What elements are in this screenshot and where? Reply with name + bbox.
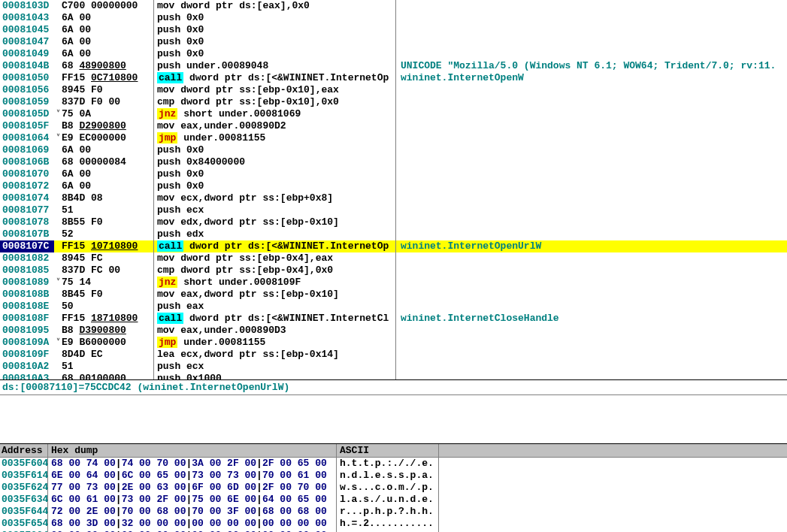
comment: wininet.InternetCloseHandle xyxy=(395,313,787,325)
comment xyxy=(395,264,787,277)
dump-row[interactable]: 0035F6146E 00 64 00|6C 00 65 00|73 00 73… xyxy=(0,470,787,482)
disasm-row[interactable]: 0008105FB8 D2900800mov eax,under.000890D… xyxy=(0,120,787,132)
dump-ascii: l.a.s./.u.n.d.e. xyxy=(337,494,439,506)
disasm-row[interactable]: 000810A368 00100000push 0x1000 xyxy=(0,373,787,380)
disasm-row[interactable]: 000810A251push ecx xyxy=(0,361,787,373)
comment xyxy=(395,144,787,156)
hex-bytes: 8B4D 08 xyxy=(62,192,153,204)
disasm-row[interactable]: 000810788B55 F0mov edx,dword ptr ss:[ebp… xyxy=(0,216,787,228)
hex-bytes: 6A 00 xyxy=(62,24,153,36)
disasm-row[interactable]: 0008108FFF15 18710800call dword ptr ds:[… xyxy=(0,313,787,325)
arrow-indicator xyxy=(54,228,62,240)
dump-header-row: Address Hex dump ASCII xyxy=(0,444,787,458)
address: 00081078 xyxy=(0,216,54,228)
address: 0008104B xyxy=(0,60,54,72)
dump-address: 0035F644 xyxy=(0,506,48,518)
arrow-indicator xyxy=(54,325,62,337)
disasm-row[interactable]: 00081050FF15 0C710800call dword ptr ds:[… xyxy=(0,72,787,84)
disasm-row[interactable]: 0008108B8B45 F0mov eax,dword ptr ss:[ebp… xyxy=(0,289,787,301)
disasm-row[interactable]: 0008104B68 48900800push under.00089048UN… xyxy=(0,60,787,72)
hex-bytes: 75 0A xyxy=(62,108,153,120)
dump-address: 0035F624 xyxy=(0,482,48,494)
disasm-row[interactable]: 00081059837D F0 00cmp dword ptr ss:[ebp-… xyxy=(0,96,787,108)
disasm-row[interactable]: 00081089˅75 14jnz short under.0008109F xyxy=(0,277,787,289)
instruction: call dword ptr ds:[<&WININET.InternetOp xyxy=(153,240,395,252)
arrow-indicator xyxy=(54,120,62,132)
instruction: mov eax,under.000890D2 xyxy=(153,120,395,132)
disasm-row[interactable]: 000810726A 00push 0x0 xyxy=(0,180,787,192)
arrow-indicator xyxy=(54,373,62,380)
address: 00081050 xyxy=(0,72,54,84)
instruction: push 0x0 xyxy=(153,48,395,60)
instruction: push 0x0 xyxy=(153,144,395,156)
dump-hex: 68 00 74 00|74 00 70 00|3A 00 2F 00|2F 0… xyxy=(48,458,337,470)
hex-bytes: 52 xyxy=(62,228,153,240)
hex-bytes: E9 EC000000 xyxy=(62,132,153,144)
comment xyxy=(395,108,787,120)
address: 00081072 xyxy=(0,180,54,192)
comment xyxy=(395,180,787,192)
disasm-row[interactable]: 0008108E50push eax xyxy=(0,301,787,313)
dump-row[interactable]: 0035F65468 00 3D 00|32 00 00 00|00 00 00… xyxy=(0,518,787,530)
disasm-row[interactable]: 000810436A 00push 0x0 xyxy=(0,12,787,24)
disasm-row[interactable]: 000810456A 00push 0x0 xyxy=(0,24,787,36)
dump-row[interactable]: 0035F64472 00 2E 00|70 00 68 00|70 00 3F… xyxy=(0,506,787,518)
dump-header-hex: Hex dump xyxy=(48,444,337,457)
instruction: jmp under.00081155 xyxy=(153,132,395,144)
hex-bytes: 75 14 xyxy=(62,277,153,289)
address: 0008108F xyxy=(0,313,54,325)
disassembly-pane[interactable]: 0008103DC700 00000000mov dword ptr ds:[e… xyxy=(0,0,787,380)
arrow-indicator xyxy=(54,252,62,264)
instruction: push 0x1000 xyxy=(153,373,395,380)
arrow-indicator xyxy=(54,96,62,108)
instruction: mov ecx,dword ptr ss:[ebp+0x8] xyxy=(153,192,395,204)
arrow-indicator xyxy=(54,168,62,180)
arrow-indicator xyxy=(54,156,62,168)
disasm-row[interactable]: 0008103DC700 00000000mov dword ptr ds:[e… xyxy=(0,0,787,12)
address: 00081045 xyxy=(0,24,54,36)
hex-bytes: 51 xyxy=(62,204,153,216)
arrow-indicator xyxy=(54,48,62,60)
dump-row[interactable]: 0035F6346C 00 61 00|73 00 2F 00|75 00 6E… xyxy=(0,494,787,506)
disasm-row[interactable]: 0008107B52push edx xyxy=(0,228,787,240)
disasm-row[interactable]: 0008109A˅E9 B6000000jmp under.00081155 xyxy=(0,337,787,349)
disasm-row[interactable]: 000810696A 00push 0x0 xyxy=(0,144,787,156)
hex-bytes: 68 48900800 xyxy=(62,60,153,72)
instruction: cmp dword ptr ss:[ebp-0x10],0x0 xyxy=(153,96,395,108)
disasm-row[interactable]: 0008107751push ecx xyxy=(0,204,787,216)
disasm-row[interactable]: 0008109F8D4D EClea ecx,dword ptr ss:[ebp… xyxy=(0,349,787,361)
disasm-row[interactable]: 000810476A 00push 0x0 xyxy=(0,36,787,48)
dump-ascii: n.d.l.e.s.s.p.a. xyxy=(337,470,439,482)
disasm-row[interactable]: 000810706A 00push 0x0 xyxy=(0,168,787,180)
address: 0008105D xyxy=(0,108,54,120)
arrow-indicator xyxy=(54,144,62,156)
dump-header-address: Address xyxy=(0,444,48,457)
arrow-indicator: ˅ xyxy=(54,277,62,289)
comment xyxy=(395,252,787,264)
dump-hex: 77 00 73 00|2E 00 63 00|6F 00 6D 00|2F 0… xyxy=(48,482,337,494)
hex-dump-pane[interactable]: Address Hex dump ASCII 0035F60468 00 74 … xyxy=(0,443,787,532)
instruction: push 0x0 xyxy=(153,12,395,24)
arrow-indicator xyxy=(54,349,62,361)
disasm-row[interactable]: 000810828945 FCmov dword ptr ss:[ebp-0x4… xyxy=(0,252,787,264)
disasm-row[interactable]: 000810568945 F0mov dword ptr ss:[ebp-0x1… xyxy=(0,84,787,96)
disasm-row[interactable]: 000810748B4D 08mov ecx,dword ptr ss:[ebp… xyxy=(0,192,787,204)
comment xyxy=(395,96,787,108)
dump-row[interactable]: 0035F60468 00 74 00|74 00 70 00|3A 00 2F… xyxy=(0,458,787,470)
comment xyxy=(395,289,787,301)
dump-row[interactable]: 0035F62477 00 73 00|2E 00 63 00|6F 00 6D… xyxy=(0,482,787,494)
disasm-row[interactable]: 000810496A 00push 0x0 xyxy=(0,48,787,60)
disasm-row[interactable]: 00081085837D FC 00cmp dword ptr ss:[ebp-… xyxy=(0,264,787,277)
disasm-row[interactable]: 00081095B8 D3900800mov eax,under.000890D… xyxy=(0,325,787,337)
disasm-row[interactable]: 0008106B68 00000084push 0x84000000 xyxy=(0,156,787,168)
dump-ascii: h.t.t.p.:././.e. xyxy=(337,458,439,470)
comment xyxy=(395,84,787,96)
address: 00081082 xyxy=(0,252,54,264)
comment xyxy=(395,337,787,349)
comment xyxy=(395,192,787,204)
comment xyxy=(395,0,787,12)
disasm-row[interactable]: 00081064˅E9 EC000000jmp under.00081155 xyxy=(0,132,787,144)
arrow-indicator xyxy=(54,216,62,228)
disasm-row[interactable]: 0008105D˅75 0Ajnz short under.00081069 xyxy=(0,108,787,120)
disasm-row[interactable]: 0008107CFF15 10710800call dword ptr ds:[… xyxy=(0,240,787,252)
